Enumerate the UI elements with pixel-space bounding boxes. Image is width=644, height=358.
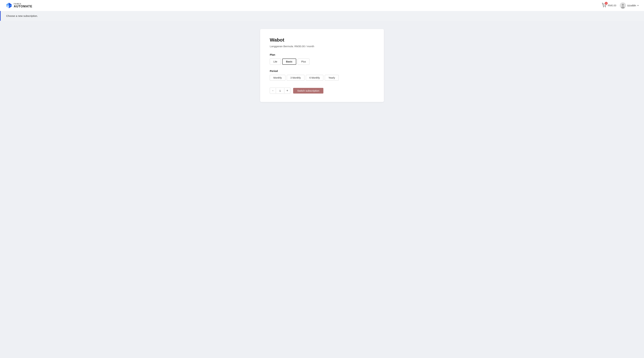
quantity-row: - 1 + Switch subscription xyxy=(270,88,374,94)
main-content: Wabot Langganan Bermula: RM30.00 / month… xyxy=(0,21,644,355)
switch-subscription-button[interactable]: Switch subscription xyxy=(293,88,323,94)
user-menu[interactable]: izzuddin ▾ xyxy=(620,2,638,8)
product-subtitle: Langganan Bermula: RM30.00 / month xyxy=(270,45,374,48)
period-yearly[interactable]: Yearly xyxy=(325,75,338,81)
period-section: Period Monthly 3 Monthly 6 Monthly Yearl… xyxy=(270,69,374,81)
quantity-decrease-button[interactable]: - xyxy=(270,88,276,94)
cart-section[interactable]: 0 RM0.00 xyxy=(602,3,616,8)
plan-basic[interactable]: Basic xyxy=(282,58,296,65)
logo[interactable]: FAMES AUTOMATE xyxy=(6,2,32,9)
period-label: Period xyxy=(270,69,374,72)
logo-text: FAMES AUTOMATE xyxy=(14,3,32,8)
user-name: izzuddin xyxy=(627,4,636,7)
notice-text: Choose a new subscription. xyxy=(6,14,38,17)
product-title: Wabot xyxy=(270,37,374,43)
plan-plus[interactable]: Plus xyxy=(298,58,310,65)
logo-automate-text: AUTOMATE xyxy=(14,5,32,8)
svg-point-7 xyxy=(603,7,604,7)
header-right: 0 RM0.00 izzuddin ▾ xyxy=(602,2,638,8)
quantity-increase-button[interactable]: + xyxy=(284,88,290,94)
svg-point-10 xyxy=(622,4,624,6)
plan-label: Plan xyxy=(270,53,374,56)
cart-badge: 0 xyxy=(605,2,608,5)
quantity-value: 1 xyxy=(276,88,284,94)
svg-point-8 xyxy=(605,7,606,7)
logo-icon xyxy=(6,2,12,9)
plan-lite[interactable]: Lite xyxy=(270,58,281,65)
plan-options: Lite Basic Plus xyxy=(270,58,374,65)
cart-button[interactable]: 0 xyxy=(602,3,606,8)
period-options: Monthly 3 Monthly 6 Monthly Yearly xyxy=(270,75,374,81)
plan-section: Plan Lite Basic Plus xyxy=(270,53,374,65)
chevron-down-icon: ▾ xyxy=(638,4,638,7)
period-monthly[interactable]: Monthly xyxy=(270,75,286,81)
header: FAMES AUTOMATE 0 RM0.00 xyxy=(0,0,644,11)
period-3monthly[interactable]: 3 Monthly xyxy=(287,75,304,81)
notice-bar: Choose a new subscription. xyxy=(0,11,644,21)
period-6monthly[interactable]: 6 Monthly xyxy=(306,75,324,81)
cart-amount: RM0.00 xyxy=(608,4,616,7)
subscription-card: Wabot Langganan Bermula: RM30.00 / month… xyxy=(260,29,384,102)
user-avatar xyxy=(620,2,626,8)
footer: © 2024 Fatomate own by Team Fames Sdn Bh… xyxy=(0,355,644,358)
